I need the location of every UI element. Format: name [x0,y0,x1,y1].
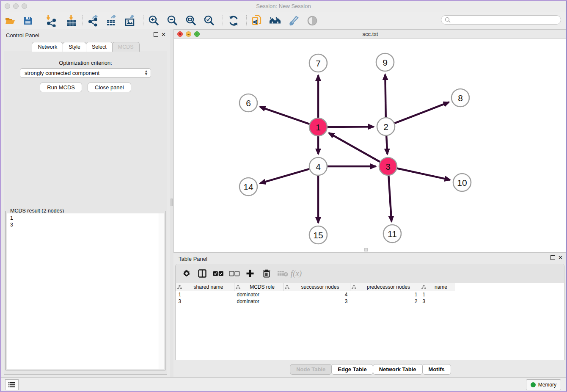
select-stepper-icon: ▲▼ [144,70,148,76]
tab-network[interactable]: Network [32,42,63,52]
graph-edge-4-14[interactable] [260,168,311,183]
tab-node-table[interactable]: Node Table [290,364,332,375]
zoom-out-icon[interactable] [167,15,179,27]
select-all-icon[interactable] [213,268,224,279]
hierarchy-icon [236,285,240,289]
table-row[interactable]: 3dominator323 [176,298,455,305]
delete-icon[interactable] [261,268,272,279]
eye-icon[interactable] [306,15,318,27]
float-panel-icon[interactable] [154,32,158,37]
table-panel: Table Panel ✕ [173,253,567,379]
graph-edge-1-6[interactable] [260,107,311,124]
table-cell[interactable]: 1 [176,291,234,298]
column-header-shared-name[interactable]: shared name [176,283,234,291]
network-window: ✕ – + scc.txt 1234678910111415 [173,29,567,253]
style-brush-icon[interactable] [288,15,300,27]
network-window-titlebar[interactable]: ✕ – + scc.txt [173,29,567,39]
clone-network-icon[interactable] [251,15,263,27]
search-input[interactable] [452,17,561,23]
export-image-icon[interactable] [124,15,136,27]
graph-node-label-3: 3 [385,162,391,171]
graph-node-label-10: 10 [457,178,467,188]
tab-network-table[interactable]: Network Table [373,364,423,375]
graph-node-label-6: 6 [246,98,251,108]
open-file-icon[interactable] [4,15,16,27]
table-cell[interactable]: 2 [350,298,420,305]
control-panel-title: Control Panel [6,32,39,39]
zoom-selected-icon[interactable] [204,15,215,27]
graph-edge-3-10[interactable] [396,168,450,180]
table-row[interactable]: 1dominator411 [176,291,455,298]
memory-button[interactable]: Memory [526,379,561,390]
refresh-layout-icon[interactable] [228,15,239,27]
table-cell[interactable]: 3 [176,298,234,305]
network-graph[interactable]: 1234678910111415 [174,39,567,252]
import-network-icon[interactable] [45,15,57,27]
mcds-result-box[interactable]: 1 3 [7,213,164,369]
mcds-result-group: MCDS result (2 nodes) 1 3 [6,211,165,370]
graph-edge-1-2[interactable] [326,127,374,127]
close-panel-icon[interactable]: ✕ [161,32,166,37]
main-toolbar [1,12,566,29]
tab-mcds[interactable]: MCDS [112,42,140,52]
save-session-icon[interactable] [22,15,34,27]
node-table-container: f(x) shared nameMCDS rolesuccessor nodes… [175,264,564,360]
network-canvas[interactable]: 1234678910111415 [173,39,567,253]
graph-edge-3-11[interactable] [388,174,391,221]
zoom-fit-icon[interactable] [185,15,197,27]
tab-style[interactable]: Style [63,42,86,52]
control-panel: Control Panel ✕ Network Style Select MCD… [1,29,170,379]
table-toolbar: f(x) [176,264,564,283]
export-table-icon[interactable] [105,15,117,27]
table-cell[interactable]: 3 [284,298,350,305]
graph-node-label-9: 9 [383,58,388,67]
hierarchy-icon [177,285,182,289]
splitter-grip[interactable] [171,199,173,206]
add-icon[interactable] [245,268,256,279]
export-network-icon[interactable] [87,15,99,27]
panel-splitter[interactable] [170,29,173,379]
graph-edge-2-8[interactable] [394,102,449,124]
run-mcds-button[interactable]: Run MCDS [40,83,82,92]
list-icon [8,382,15,388]
zoom-in-icon[interactable] [148,15,160,27]
table-cell[interactable]: 1 [420,291,455,298]
function-builder-icon[interactable]: f(x) [291,268,302,279]
hierarchy-icon [421,285,426,289]
graph-edge-3-1[interactable] [329,133,381,162]
split-columns-icon[interactable] [197,268,208,279]
tab-motifs[interactable]: Motifs [422,364,451,375]
criterion-select[interactable]: strongly connected component ▲▼ [20,68,151,78]
task-history-button[interactable] [5,379,19,390]
hierarchy-icon [352,285,356,289]
network-window-title: scc.txt [174,31,567,37]
deselect-all-icon[interactable] [229,268,240,279]
first-neighbors-icon[interactable] [269,15,281,27]
table-cell[interactable]: 4 [284,291,350,298]
mcds-result-values: 1 3 [10,215,13,228]
import-table-icon[interactable] [65,15,77,27]
close-panel-button[interactable]: Close panel [88,83,131,92]
result-scrollbar[interactable] [159,213,164,369]
gear-icon[interactable] [181,268,192,279]
search-field[interactable] [441,15,561,25]
table-cell[interactable]: 3 [420,298,455,305]
column-header-name[interactable]: name [420,283,455,291]
graph-edge-2-9[interactable] [385,75,385,119]
table-cell[interactable]: 1 [350,291,420,298]
column-header-predecessor-nodes[interactable]: predecessor nodes [350,283,420,291]
hierarchy-icon [285,285,289,289]
table-float-panel-icon[interactable] [550,255,555,260]
delete-table-icon[interactable] [277,268,288,279]
column-header-successor-nodes[interactable]: successor nodes [284,283,350,291]
tab-edge-table[interactable]: Edge Table [331,364,373,375]
table-close-panel-icon[interactable]: ✕ [558,255,563,260]
table-cell[interactable]: dominator [234,291,284,298]
table-cell[interactable]: dominator [234,298,284,305]
graph-edge-2-3[interactable] [386,135,387,154]
column-header-MCDS-role[interactable]: MCDS role [234,283,284,291]
tab-select[interactable]: Select [86,42,113,52]
app-titlebar: Session: New Session [1,1,566,12]
node-table[interactable]: shared nameMCDS rolesuccessor nodesprede… [176,283,564,360]
canvas-resize-handle[interactable] [364,248,368,251]
